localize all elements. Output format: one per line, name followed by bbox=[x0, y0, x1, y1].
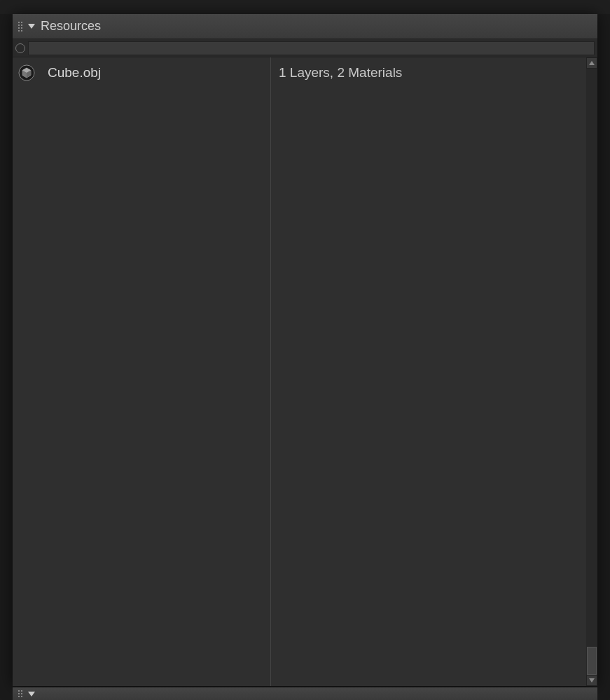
filter-icon[interactable] bbox=[15, 43, 25, 53]
search-row bbox=[13, 39, 597, 57]
scroll-track[interactable] bbox=[586, 69, 597, 675]
scroll-thumb[interactable] bbox=[587, 647, 597, 675]
list-container: Cube.obj 1 Layers, 2 Materials bbox=[13, 57, 586, 686]
item-info-label: 1 Layers, 2 Materials bbox=[279, 65, 402, 80]
resources-panel: Resources Cube. bbox=[13, 14, 597, 686]
column-divider[interactable] bbox=[270, 57, 271, 686]
scrollbar[interactable] bbox=[586, 57, 597, 686]
scroll-up-button[interactable] bbox=[586, 57, 597, 69]
drag-handle-icon[interactable] bbox=[17, 690, 24, 697]
item-name-label: Cube.obj bbox=[48, 65, 101, 80]
scroll-down-button[interactable] bbox=[586, 675, 597, 686]
panel-header[interactable]: Resources bbox=[13, 14, 597, 39]
panel-title: Resources bbox=[41, 19, 101, 34]
item-name-cell: Cube.obj bbox=[13, 57, 270, 88]
content-area: Cube.obj 1 Layers, 2 Materials bbox=[13, 57, 597, 686]
collapse-arrow-icon[interactable] bbox=[28, 24, 35, 29]
list-item[interactable]: Cube.obj 1 Layers, 2 Materials bbox=[13, 57, 586, 88]
cube-icon bbox=[18, 64, 35, 81]
sub-panel-header[interactable] bbox=[13, 687, 597, 700]
drag-handle-icon[interactable] bbox=[17, 22, 24, 31]
item-info-cell: 1 Layers, 2 Materials bbox=[270, 57, 586, 88]
search-input[interactable] bbox=[28, 41, 595, 55]
collapse-arrow-icon[interactable] bbox=[28, 692, 35, 696]
